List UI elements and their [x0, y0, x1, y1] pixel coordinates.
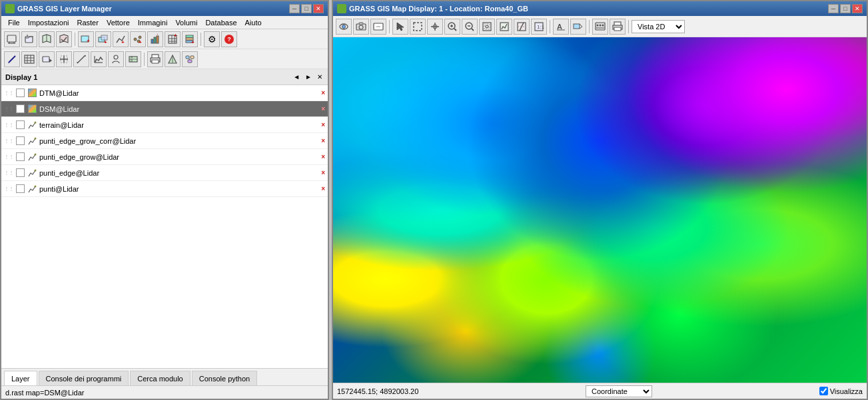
map-label-btn[interactable]: A — [553, 19, 569, 35]
menu-database[interactable]: Database — [201, 17, 240, 28]
layer-delete-icon[interactable]: × — [321, 121, 325, 128]
minimize-button[interactable]: ─ — [289, 4, 300, 13]
display-close-btn[interactable]: ✕ — [316, 73, 324, 81]
map-zoommap-btn[interactable] — [496, 19, 512, 35]
menu-file[interactable]: File — [4, 17, 24, 28]
map-pointer-btn[interactable] — [392, 19, 408, 35]
new-display-btn[interactable] — [4, 31, 20, 47]
layer-checkbox[interactable] — [16, 168, 25, 177]
menu-immagini[interactable]: Immagini — [134, 17, 172, 28]
table-row[interactable]: ⋮⋮✓DSM@Lidar× — [1, 101, 328, 117]
map-erase-btn[interactable] — [370, 19, 386, 35]
map-eye-btn[interactable] — [336, 19, 352, 35]
svg-rect-73 — [414, 23, 422, 31]
layer-checkbox[interactable] — [16, 120, 25, 129]
table-row[interactable]: ⋮⋮punti@Lidar× — [1, 181, 328, 197]
profile-btn[interactable] — [91, 51, 107, 67]
right-close-btn[interactable]: ✕ — [852, 4, 863, 13]
layer-name: punti_edge_grow@Lidar — [39, 153, 318, 161]
load-map-btn[interactable] — [39, 31, 55, 47]
right-minimize-btn[interactable]: ─ — [828, 4, 839, 13]
svg-line-95 — [580, 27, 582, 29]
table-row[interactable]: ⋮⋮punti_edge_grow@Lidar× — [1, 149, 328, 165]
svg-rect-93 — [574, 24, 580, 29]
tab-console[interactable]: Console dei programmi — [39, 371, 129, 385]
add-chart-btn[interactable]: + — [147, 31, 163, 47]
modeler-btn[interactable] — [182, 51, 198, 67]
map-zoomout-btn[interactable] — [462, 19, 478, 35]
map-btn[interactable]: AB — [125, 51, 141, 67]
map-zoomregion-btn[interactable] — [479, 19, 495, 35]
close-button[interactable]: ✕ — [313, 4, 324, 13]
display-prev-btn[interactable]: ◄ — [292, 73, 301, 81]
map-print-btn[interactable] — [610, 19, 626, 35]
add-vector2-btn[interactable]: + — [130, 31, 146, 47]
display-next-btn[interactable]: ► — [304, 73, 313, 81]
map-zoomlayer-btn[interactable] — [514, 19, 530, 35]
menu-aiuto[interactable]: Aiuto — [241, 17, 266, 28]
save-btn[interactable] — [56, 31, 72, 47]
layer-delete-icon[interactable]: × — [321, 105, 325, 112]
layer-delete-icon[interactable]: × — [321, 137, 325, 144]
map-toolbar: 1:1 A Vista 2D Vista 3D — [333, 16, 867, 37]
map-pan-btn[interactable] — [427, 19, 443, 35]
load-workspace-btn[interactable] — [21, 31, 37, 47]
import-btn[interactable] — [39, 51, 55, 67]
layer-manager-panel: GRASS GIS Layer Manager ─ □ ✕ File Impos… — [0, 0, 329, 400]
map-draw-btn[interactable] — [570, 19, 586, 35]
visualizza-checkbox[interactable] — [819, 387, 828, 395]
raster-icon — [27, 104, 37, 114]
tab-layer[interactable]: Layer — [4, 371, 37, 385]
map-gradient[interactable] — [333, 37, 867, 383]
add-raster3d-btn[interactable]: + — [95, 31, 111, 47]
add-grid-btn[interactable]: + — [165, 31, 181, 47]
menu-volumi[interactable]: Volumi — [171, 17, 201, 28]
tab-python[interactable]: Console python — [192, 371, 257, 385]
maximize-button[interactable]: □ — [301, 4, 312, 13]
print-btn[interactable] — [147, 51, 163, 67]
left-status-bar: d.rast map=DSM@Lidar — [1, 385, 328, 399]
add-vector-btn[interactable]: + — [113, 31, 129, 47]
table-row[interactable]: ⋮⋮terrain@Lidar× — [1, 117, 328, 133]
menu-raster[interactable]: Raster — [73, 17, 103, 28]
bottom-tabs: Layer Console dei programmi Cerca modulo… — [1, 368, 328, 385]
attribute-table-btn[interactable] — [21, 51, 37, 67]
cross-btn[interactable] — [56, 51, 72, 67]
tab-cerca[interactable]: Cerca modulo — [130, 371, 190, 385]
manage-btn[interactable] — [108, 51, 124, 67]
layer-delete-icon[interactable]: × — [321, 153, 325, 160]
map-camera-btn[interactable] — [353, 19, 369, 35]
measure-btn[interactable] — [73, 51, 89, 67]
svg-point-60 — [34, 122, 36, 124]
table-row[interactable]: ⋮⋮punti_edge@Lidar× — [1, 165, 328, 181]
map-zoomin-btn[interactable] — [444, 19, 460, 35]
menu-vettore[interactable]: Vettore — [103, 17, 134, 28]
map-select-btn[interactable] — [410, 19, 426, 35]
layer-checkbox[interactable] — [16, 89, 25, 97]
gear-icon: ⚙ — [208, 34, 217, 45]
nviz-btn[interactable] — [165, 51, 181, 67]
add-raster-btn[interactable]: + — [78, 31, 94, 47]
edit-btn[interactable] — [4, 51, 20, 67]
view-select[interactable]: Vista 2D Vista 3D — [632, 20, 685, 33]
table-row[interactable]: ⋮⋮punti_edge_grow_corr@Lidar× — [1, 133, 328, 149]
layer-checkbox[interactable] — [16, 152, 25, 161]
help-btn[interactable]: ? — [221, 31, 237, 47]
settings-btn[interactable]: ⚙ — [204, 31, 220, 47]
right-maximize-btn[interactable]: □ — [840, 4, 851, 13]
map-zoomdefault-btn[interactable]: 1:1 — [531, 19, 547, 35]
layer-checkbox[interactable]: ✓ — [16, 104, 25, 113]
coord-mode-select[interactable]: Coordinate — [586, 385, 652, 397]
layer-name: DSM@Lidar — [39, 105, 318, 113]
layer-delete-icon[interactable]: × — [321, 89, 325, 97]
layer-name: punti_edge@Lidar — [39, 169, 318, 177]
sep3 — [144, 53, 145, 66]
table-row[interactable]: ⋮⋮DTM@Lidar× — [1, 85, 328, 101]
menu-impostazioni[interactable]: Impostazioni — [24, 17, 73, 28]
layer-checkbox[interactable] — [16, 136, 25, 145]
layer-delete-icon[interactable]: × — [321, 185, 325, 192]
layer-checkbox[interactable] — [16, 184, 25, 193]
layer-delete-icon[interactable]: × — [321, 169, 325, 176]
map-save-btn[interactable] — [592, 19, 608, 35]
add-layer-btn[interactable]: + — [182, 31, 198, 47]
